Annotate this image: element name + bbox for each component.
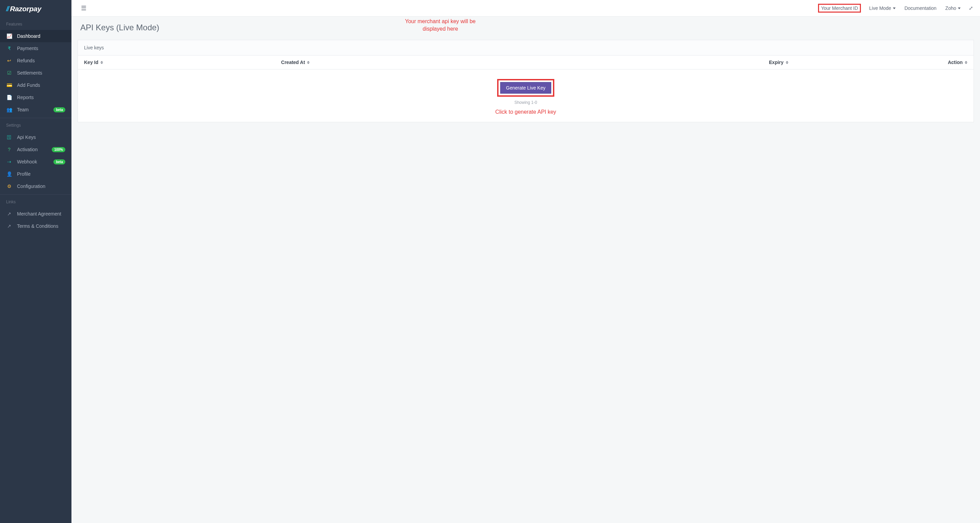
logo-icon: // <box>6 5 8 13</box>
sidebar-item-terms[interactable]: ↗ Terms & Conditions <box>0 220 72 232</box>
column-label: Key Id <box>84 60 98 65</box>
sidebar-item-label: Refunds <box>17 58 65 63</box>
column-expiry[interactable]: Expiry <box>526 56 795 69</box>
sidebar-item-refunds[interactable]: ↩ Refunds <box>0 54 72 67</box>
sidebar-item-label: Settlements <box>17 70 65 76</box>
sidebar-item-team[interactable]: 👥 Team beta <box>0 104 72 116</box>
users-icon: 👥 <box>6 107 12 112</box>
sidebar-item-label: Add Funds <box>17 82 65 88</box>
column-label: Created At <box>281 60 305 65</box>
sidebar-item-label: Webhook <box>17 159 49 164</box>
documentation-link[interactable]: Documentation <box>904 4 937 12</box>
card-body: Generate Live Key Showing 1-0 Click to g… <box>78 69 974 122</box>
file-icon: 📄 <box>6 95 12 100</box>
sidebar: // Razorpay Features 📈 Dashboard ₹ Payme… <box>0 0 72 523</box>
topbar: ☰ Your Merchant ID Live Mode Documentati… <box>72 0 980 17</box>
generate-live-key-button[interactable]: Generate Live Key <box>500 82 551 94</box>
sidebar-item-configuration[interactable]: ⚙ Configuration <box>0 180 72 192</box>
caret-down-icon <box>893 8 896 9</box>
sidebar-item-merchant-agreement[interactable]: ↗ Merchant Agreement <box>0 208 72 220</box>
mode-label: Live Mode <box>869 5 891 11</box>
table-header: Key Id Created At Expiry Action <box>78 56 974 69</box>
sidebar-item-webhook[interactable]: ⇢ Webhook beta <box>0 156 72 168</box>
annotation-merchant-id: Your merchant api key will be displayed … <box>403 18 478 32</box>
progress-badge: 100% <box>52 147 65 152</box>
sidebar-item-settlements[interactable]: ☑ Settlements <box>0 67 72 79</box>
check-square-icon: ☑ <box>6 70 12 76</box>
sidebar-item-label: Payments <box>17 46 65 51</box>
sort-icon <box>965 61 967 64</box>
sidebar-item-profile[interactable]: 👤 Profile <box>0 168 72 180</box>
sidebar-item-payments[interactable]: ₹ Payments <box>0 42 72 54</box>
key-icon: ⚿ <box>6 134 12 140</box>
sidebar-item-label: Reports <box>17 95 65 100</box>
gear-icon: ⚙ <box>6 183 12 189</box>
sidebar-item-label: Dashboard <box>17 33 65 39</box>
column-key-id[interactable]: Key Id <box>78 56 275 69</box>
sidebar-item-label: Api Keys <box>17 134 65 140</box>
rupee-icon: ₹ <box>6 46 12 51</box>
sidebar-toggle-icon[interactable]: ☰ <box>78 3 89 13</box>
column-created-at[interactable]: Created At <box>275 56 526 69</box>
share-icon: ⇢ <box>6 159 12 164</box>
column-action[interactable]: Action <box>795 56 974 69</box>
generate-highlight: Generate Live Key <box>497 79 554 97</box>
nav-section-features: Features <box>0 17 72 30</box>
sidebar-item-label: Profile <box>17 171 65 177</box>
sort-icon <box>786 61 788 64</box>
beta-badge: beta <box>53 107 65 112</box>
column-label: Action <box>948 60 963 65</box>
column-label: Expiry <box>769 60 784 65</box>
merchant-id-link[interactable]: Your Merchant ID <box>818 4 861 13</box>
external-link-icon: ↗ <box>6 211 12 217</box>
sidebar-item-label: Activation <box>17 147 47 152</box>
pagination-showing: Showing 1-0 <box>84 100 967 105</box>
fullscreen-icon[interactable]: ⤢ <box>969 5 973 11</box>
annotation-generate-key: Click to generate API key <box>84 108 967 116</box>
account-dropdown[interactable]: Zoho <box>945 4 961 12</box>
account-label: Zoho <box>945 5 956 11</box>
sidebar-item-label: Merchant Agreement <box>17 211 65 217</box>
nav-section-settings: Settings <box>0 118 72 131</box>
card-heading: Live keys <box>78 40 974 56</box>
sidebar-item-label: Configuration <box>17 183 65 189</box>
live-keys-card: Live keys Key Id Created At Expiry Actio… <box>78 40 974 122</box>
sidebar-item-dashboard[interactable]: 📈 Dashboard <box>0 30 72 42</box>
sidebar-item-add-funds[interactable]: 💳 Add Funds <box>0 79 72 91</box>
brand-name: Razorpay <box>10 5 41 13</box>
nav-section-links: Links <box>0 195 72 208</box>
mode-dropdown[interactable]: Live Mode <box>869 4 896 12</box>
sidebar-item-reports[interactable]: 📄 Reports <box>0 91 72 104</box>
main-area: ☰ Your Merchant ID Live Mode Documentati… <box>72 0 980 523</box>
page-header: API Keys (Live Mode) <box>72 17 980 40</box>
beta-badge: beta <box>53 159 65 164</box>
undo-icon: ↩ <box>6 58 12 63</box>
user-icon: 👤 <box>6 171 12 177</box>
sort-icon <box>100 61 103 64</box>
brand-logo[interactable]: // Razorpay <box>0 0 72 17</box>
area-chart-icon: 📈 <box>6 33 12 39</box>
page-title: API Keys (Live Mode) <box>80 23 971 32</box>
sort-icon <box>307 61 310 64</box>
sidebar-item-label: Terms & Conditions <box>17 223 65 229</box>
caret-down-icon <box>958 8 961 9</box>
external-link-icon: ↗ <box>6 223 12 229</box>
sidebar-item-activation[interactable]: ? Activation 100% <box>0 144 72 156</box>
sidebar-item-label: Team <box>17 107 49 112</box>
wallet-icon: 💳 <box>6 82 12 88</box>
help-icon: ? <box>6 147 12 152</box>
sidebar-item-api-keys[interactable]: ⚿ Api Keys <box>0 131 72 144</box>
